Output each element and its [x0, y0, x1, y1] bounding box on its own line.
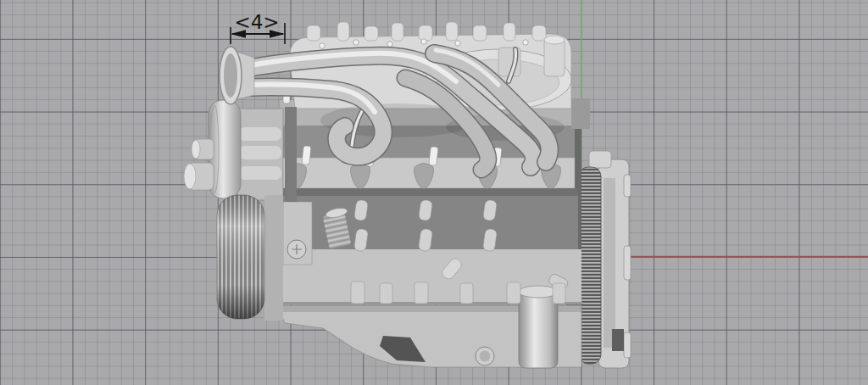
- collector-flange: [220, 47, 254, 104]
- viewport-overlay: <4>: [0, 0, 868, 385]
- dimension-label: <4>: [234, 11, 279, 33]
- front-plate: [283, 202, 312, 265]
- crank-pulley: [217, 195, 283, 321]
- cover-rear-bracket: [571, 98, 590, 129]
- water-pump: [184, 100, 297, 202]
- dimension-annotation[interactable]: <4>: [231, 11, 285, 44]
- timing-cover: [264, 195, 283, 321]
- rear-cover-tower: [544, 39, 565, 76]
- cover-top-bumps: [307, 22, 546, 41]
- engine-3d-model[interactable]: [184, 22, 631, 368]
- cad-viewport[interactable]: <4>: [0, 0, 868, 385]
- flywheel-ring-gear: [579, 167, 601, 364]
